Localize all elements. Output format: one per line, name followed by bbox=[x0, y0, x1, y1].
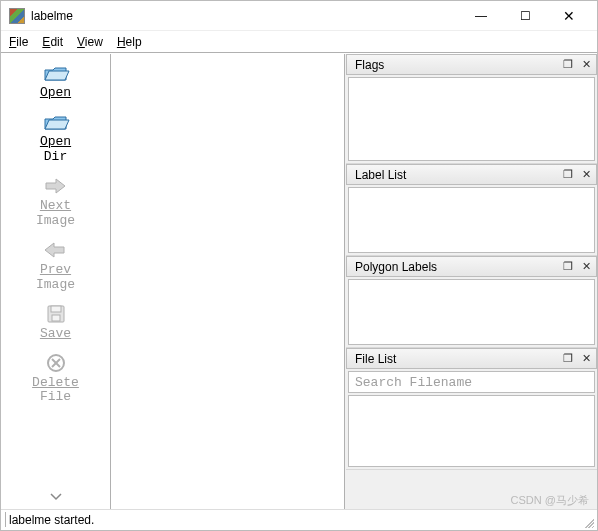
delete-icon bbox=[42, 352, 70, 374]
panel-polygon-labels: Polygon Labels ❐ ✕ bbox=[346, 256, 597, 348]
prev-label-2: Image bbox=[36, 277, 75, 292]
window-title: labelme bbox=[31, 9, 459, 23]
arrow-left-icon bbox=[41, 239, 69, 261]
panel-title-polygon-labels: Polygon Labels bbox=[355, 260, 558, 274]
search-filename-input[interactable]: Search Filename bbox=[348, 371, 595, 393]
delete-file-button: Delete File bbox=[28, 350, 83, 408]
menu-help[interactable]: Help bbox=[117, 35, 142, 49]
panel-title-label-list: Label List bbox=[355, 168, 558, 182]
panel-title-file-list: File List bbox=[355, 352, 558, 366]
undock-icon[interactable]: ❐ bbox=[560, 57, 576, 73]
close-panel-icon[interactable]: ✕ bbox=[578, 259, 594, 275]
app-icon bbox=[9, 8, 25, 24]
floppy-icon bbox=[42, 303, 70, 325]
window-controls: — ☐ ✕ bbox=[459, 2, 591, 30]
menubar: File Edit View Help bbox=[1, 31, 597, 53]
panel-flags: Flags ❐ ✕ bbox=[346, 54, 597, 164]
minimize-button[interactable]: — bbox=[459, 2, 503, 30]
arrow-right-icon bbox=[41, 175, 69, 197]
next-label-2: Image bbox=[36, 213, 75, 228]
polygon-labels-list[interactable] bbox=[348, 279, 595, 345]
save-label: Save bbox=[40, 326, 71, 341]
prev-label-1: Prev bbox=[40, 262, 71, 277]
svg-rect-2 bbox=[52, 315, 60, 321]
toolbar-overflow-chevron-icon[interactable] bbox=[50, 490, 62, 505]
next-image-button: Next Image bbox=[32, 173, 79, 231]
open-button[interactable]: Open bbox=[36, 60, 75, 103]
label-list[interactable] bbox=[348, 187, 595, 253]
panel-label-list: Label List ❐ ✕ bbox=[346, 164, 597, 256]
open-dir-label-1: Open bbox=[40, 134, 71, 149]
panel-file-list: File List ❐ ✕ Search Filename bbox=[346, 348, 597, 470]
toolbar: Open Open Dir Next Image bbox=[1, 54, 111, 509]
folder-open-icon bbox=[42, 62, 70, 84]
close-button[interactable]: ✕ bbox=[547, 2, 591, 30]
prev-image-button: Prev Image bbox=[32, 237, 79, 295]
search-placeholder-text: Search Filename bbox=[355, 375, 472, 390]
undock-icon[interactable]: ❐ bbox=[560, 167, 576, 183]
maximize-button[interactable]: ☐ bbox=[503, 2, 547, 30]
undock-icon[interactable]: ❐ bbox=[560, 351, 576, 367]
statusbar: labelme started. bbox=[1, 509, 597, 530]
file-list[interactable] bbox=[348, 395, 595, 467]
panel-header-label-list[interactable]: Label List ❐ ✕ bbox=[346, 164, 597, 185]
delete-label-2: File bbox=[40, 389, 71, 404]
flags-list[interactable] bbox=[348, 77, 595, 161]
panel-title-flags: Flags bbox=[355, 58, 558, 72]
panel-header-file-list[interactable]: File List ❐ ✕ bbox=[346, 348, 597, 369]
svg-rect-1 bbox=[51, 306, 61, 312]
undock-icon[interactable]: ❐ bbox=[560, 259, 576, 275]
menu-view[interactable]: View bbox=[77, 35, 103, 49]
open-label: Open bbox=[40, 85, 71, 100]
open-dir-button[interactable]: Open Dir bbox=[36, 109, 75, 167]
menu-edit[interactable]: Edit bbox=[42, 35, 63, 49]
side-panels: Flags ❐ ✕ Label List ❐ ✕ Polygon Labels … bbox=[345, 54, 597, 509]
panel-header-flags[interactable]: Flags ❐ ✕ bbox=[346, 54, 597, 75]
save-button: Save bbox=[36, 301, 75, 344]
titlebar: labelme — ☐ ✕ bbox=[1, 1, 597, 31]
panel-header-polygon-labels[interactable]: Polygon Labels ❐ ✕ bbox=[346, 256, 597, 277]
resize-grip-icon[interactable] bbox=[582, 516, 594, 528]
main-area: Open Open Dir Next Image bbox=[1, 54, 597, 509]
close-panel-icon[interactable]: ✕ bbox=[578, 351, 594, 367]
folder-icon bbox=[42, 111, 70, 133]
close-panel-icon[interactable]: ✕ bbox=[578, 57, 594, 73]
next-label-1: Next bbox=[40, 198, 71, 213]
menu-file[interactable]: File bbox=[9, 35, 28, 49]
close-panel-icon[interactable]: ✕ bbox=[578, 167, 594, 183]
delete-label-1: Delete bbox=[32, 375, 79, 390]
status-text: labelme started. bbox=[9, 513, 94, 527]
open-dir-label-2: Dir bbox=[44, 149, 67, 164]
canvas-area[interactable] bbox=[111, 54, 345, 509]
